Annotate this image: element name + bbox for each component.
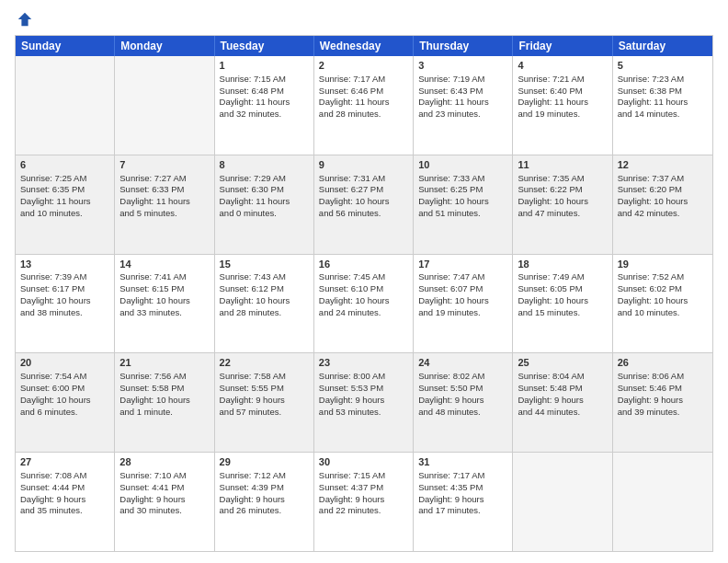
day-number: 11 <box>518 158 607 172</box>
day-info: and 0 minutes. <box>220 208 309 220</box>
day-number: 20 <box>20 356 109 370</box>
day-number: 9 <box>319 158 408 172</box>
calendar-cell: 30Sunrise: 7:15 AMSunset: 4:37 PMDayligh… <box>314 453 414 551</box>
day-info: Daylight: 10 hours <box>418 196 507 208</box>
day-info: Daylight: 9 hours <box>20 494 109 506</box>
day-number: 22 <box>220 356 309 370</box>
day-info: Sunrise: 8:02 AM <box>418 371 507 383</box>
calendar-row: 20Sunrise: 7:54 AMSunset: 6:00 PMDayligh… <box>16 352 712 452</box>
day-info: and 57 minutes. <box>220 407 309 419</box>
day-number: 16 <box>319 258 408 271</box>
day-info: Sunset: 6:05 PM <box>518 283 607 295</box>
day-info: Sunrise: 7:43 AM <box>220 271 309 283</box>
day-info: Daylight: 9 hours <box>418 395 507 407</box>
calendar-header-cell: Wednesday <box>314 36 414 56</box>
day-info: and 10 minutes. <box>20 208 109 220</box>
calendar: SundayMondayTuesdayWednesdayThursdayFrid… <box>15 35 713 552</box>
day-info: Daylight: 10 hours <box>319 196 408 208</box>
day-number: 12 <box>618 158 708 172</box>
day-info: Sunset: 4:44 PM <box>20 482 109 494</box>
calendar-row: 27Sunrise: 7:08 AMSunset: 4:44 PMDayligh… <box>16 452 712 551</box>
day-info: Sunset: 5:48 PM <box>518 383 607 395</box>
calendar-cell: 18Sunrise: 7:49 AMSunset: 6:05 PMDayligh… <box>513 255 612 353</box>
day-info: and 15 minutes. <box>518 307 607 319</box>
day-info: and 19 minutes. <box>418 307 507 319</box>
calendar-cell: 2Sunrise: 7:17 AMSunset: 6:46 PMDaylight… <box>314 56 414 155</box>
day-info: Sunrise: 7:17 AM <box>319 74 408 86</box>
day-info: and 48 minutes. <box>418 407 507 419</box>
day-number: 24 <box>418 356 507 370</box>
day-number: 4 <box>518 59 607 73</box>
day-info: and 5 minutes. <box>119 208 209 220</box>
day-info: and 28 minutes. <box>319 109 408 121</box>
day-info: and 53 minutes. <box>319 407 408 419</box>
day-info: Sunrise: 7:10 AM <box>119 470 209 482</box>
day-info: Daylight: 11 hours <box>20 196 109 208</box>
day-info: Sunset: 6:07 PM <box>418 283 507 295</box>
day-info: Daylight: 9 hours <box>319 395 408 407</box>
day-info: Daylight: 10 hours <box>119 295 209 307</box>
calendar-cell <box>513 453 612 551</box>
day-info: Daylight: 11 hours <box>418 97 507 109</box>
day-info: and 6 minutes. <box>20 407 109 419</box>
calendar-cell: 1Sunrise: 7:15 AMSunset: 6:48 PMDaylight… <box>215 56 314 155</box>
day-info: Daylight: 10 hours <box>20 395 109 407</box>
day-info: Daylight: 10 hours <box>518 196 607 208</box>
day-number: 23 <box>319 356 408 370</box>
day-number: 28 <box>119 455 209 469</box>
day-info: Sunrise: 7:29 AM <box>220 173 309 185</box>
day-info: Sunset: 4:35 PM <box>418 482 507 494</box>
day-info: Sunrise: 7:19 AM <box>418 74 507 86</box>
calendar-header-cell: Sunday <box>16 36 115 56</box>
day-info: Sunrise: 7:49 AM <box>518 271 607 283</box>
calendar-header-cell: Tuesday <box>215 36 314 56</box>
calendar-cell: 22Sunrise: 7:58 AMSunset: 5:55 PMDayligh… <box>215 353 314 452</box>
calendar-cell: 19Sunrise: 7:52 AMSunset: 6:02 PMDayligh… <box>613 255 712 353</box>
day-info: Sunset: 5:55 PM <box>220 383 309 395</box>
calendar-cell: 8Sunrise: 7:29 AMSunset: 6:30 PMDaylight… <box>215 155 314 254</box>
day-info: Sunset: 6:00 PM <box>20 383 109 395</box>
day-info: Daylight: 11 hours <box>618 97 708 109</box>
day-number: 31 <box>418 455 507 469</box>
calendar-cell: 28Sunrise: 7:10 AMSunset: 4:41 PMDayligh… <box>115 453 214 551</box>
logo-icon <box>17 11 33 28</box>
day-info: Sunset: 6:15 PM <box>119 283 209 295</box>
day-number: 29 <box>220 455 309 469</box>
day-info: Daylight: 9 hours <box>220 395 309 407</box>
day-info: Sunset: 6:02 PM <box>618 283 708 295</box>
calendar-cell: 25Sunrise: 8:04 AMSunset: 5:48 PMDayligh… <box>513 353 612 452</box>
calendar-cell: 14Sunrise: 7:41 AMSunset: 6:15 PMDayligh… <box>115 255 214 353</box>
day-info: and 56 minutes. <box>319 208 408 220</box>
calendar-header-cell: Monday <box>115 36 214 56</box>
day-info: Sunrise: 7:58 AM <box>220 371 309 383</box>
day-info: Sunrise: 7:45 AM <box>319 271 408 283</box>
day-info: Sunset: 6:25 PM <box>418 184 507 196</box>
day-info: Sunset: 6:27 PM <box>319 184 408 196</box>
day-info: Sunset: 6:10 PM <box>319 283 408 295</box>
day-info: Daylight: 10 hours <box>618 295 708 307</box>
day-info: Daylight: 11 hours <box>220 196 309 208</box>
day-info: Sunset: 6:46 PM <box>319 86 408 98</box>
day-info: Sunset: 4:41 PM <box>119 482 209 494</box>
day-info: Sunrise: 7:47 AM <box>418 271 507 283</box>
day-info: Sunrise: 7:17 AM <box>418 470 507 482</box>
day-info: Sunset: 6:22 PM <box>518 184 607 196</box>
day-info: Daylight: 11 hours <box>119 196 209 208</box>
day-info: Daylight: 10 hours <box>618 196 708 208</box>
calendar-cell: 15Sunrise: 7:43 AMSunset: 6:12 PMDayligh… <box>215 255 314 353</box>
day-info: Sunset: 5:46 PM <box>618 383 708 395</box>
day-info: Sunset: 5:58 PM <box>119 383 209 395</box>
day-number: 25 <box>518 356 607 370</box>
day-info: and 51 minutes. <box>418 208 507 220</box>
calendar-cell <box>16 56 115 155</box>
day-info: and 42 minutes. <box>618 208 708 220</box>
day-info: Sunset: 6:33 PM <box>119 184 209 196</box>
day-info: Sunrise: 7:27 AM <box>119 173 209 185</box>
day-info: Daylight: 10 hours <box>319 295 408 307</box>
day-info: and 44 minutes. <box>518 407 607 419</box>
day-number: 15 <box>220 258 309 271</box>
day-number: 7 <box>119 158 209 172</box>
day-info: Sunrise: 7:25 AM <box>20 173 109 185</box>
calendar-cell: 5Sunrise: 7:23 AMSunset: 6:38 PMDaylight… <box>613 56 712 155</box>
day-info: Sunset: 4:37 PM <box>319 482 408 494</box>
